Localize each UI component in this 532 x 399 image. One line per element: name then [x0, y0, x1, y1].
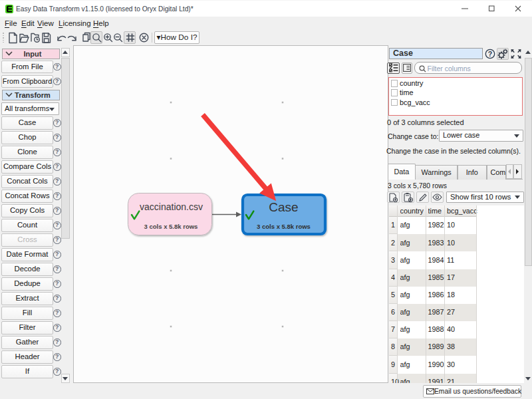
- svg-text:Case: Case: [269, 200, 298, 214]
- svg-text:?: ?: [488, 49, 492, 57]
- svg-text:vaccination.csv: vaccination.csv: [140, 201, 203, 212]
- svg-text:3 cols x 5.8k rows: 3 cols x 5.8k rows: [257, 223, 311, 230]
- svg-text:3 cols x 5.8k rows: 3 cols x 5.8k rows: [144, 223, 198, 230]
